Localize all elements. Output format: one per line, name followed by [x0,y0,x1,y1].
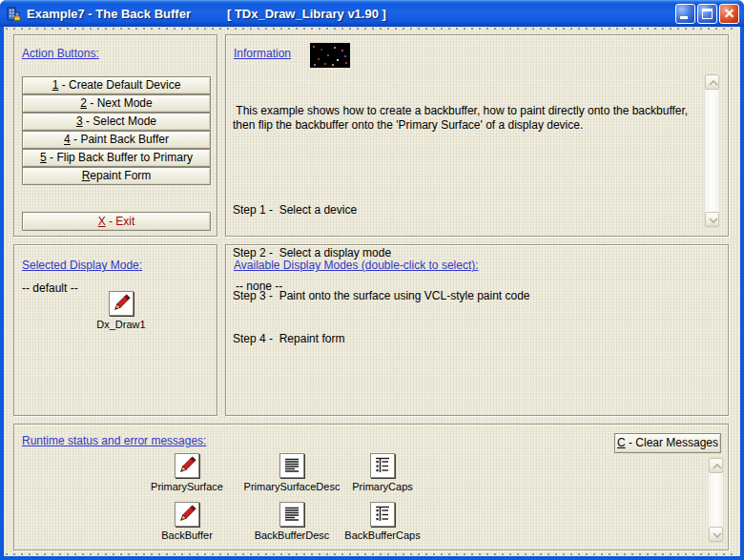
clear-messages-button[interactable]: C - Clear Messages [614,433,721,453]
chevron-up-icon [709,80,718,86]
step-1: Step 1 - Select a device [233,203,699,218]
runtime-status-heading: Runtime status and error messages: [22,434,206,447]
next-mode-button[interactable]: 2 - Next Mode [22,94,211,113]
paint-back-buffer-button[interactable]: 4 - Paint Back Buffer [22,131,211,149]
list-document-icon [370,502,395,527]
pencil-page-icon [175,453,199,478]
scroll-up-button[interactable] [705,74,719,90]
title-bar: Example7 - The Back Buffer [ TDx_Draw_Li… [0,0,744,27]
action-buttons-heading: Action Buttons: [22,47,99,60]
dx-draw-component: Dx_Draw1 [59,291,183,330]
scroll-down-button[interactable] [709,527,723,542]
client-area: Action Buttons: 1 - Create Default Devic… [4,27,740,556]
information-heading: Information [234,47,291,60]
flip-back-buffer-button[interactable]: 5 - Flip Back Buffer to Primary Surface [22,149,211,167]
window-subtitle: [ TDx_Draw_Library v1.90 ] [227,7,386,21]
repaint-form-button[interactable]: Repaint Form [22,167,211,185]
memo-document-icon [279,502,304,527]
selected-display-mode-panel: Selected Display Mode: -- default -- Dx_… [13,244,217,416]
close-button[interactable]: ✕ [719,4,739,24]
list-document-icon [370,453,395,478]
chevron-down-icon [709,218,718,223]
available-display-modes-heading: Available Display Modes (double-click to… [234,259,479,272]
app-window: Example7 - The Back Buffer [ TDx_Draw_Li… [0,0,744,560]
information-panel: Information This example shows how to cr… [225,34,729,237]
information-paragraph: This example shows how to create a backb… [233,104,699,133]
selected-display-mode-heading: Selected Display Mode: [22,259,142,272]
exit-button[interactable]: X - Exit [22,212,211,231]
pencil-page-icon [109,291,134,316]
scroll-down-button[interactable] [705,212,719,227]
pencil-page-icon [175,502,199,527]
action-buttons-panel: Action Buttons: 1 - Create Default Devic… [13,34,217,237]
dx-draw-label: Dx_Draw1 [96,319,145,330]
available-display-modes-panel[interactable]: Available Display Modes (double-click to… [225,244,729,416]
close-icon: ✕ [720,5,738,23]
select-mode-button[interactable]: 3 - Select Mode [22,113,211,131]
runtime-status-panel: Runtime status and error messages: C - C… [13,424,729,550]
memo-document-icon [279,453,304,478]
scroll-up-button[interactable] [709,458,723,473]
create-default-device-button[interactable]: 1 - Create Default Device [22,76,211,94]
chevron-down-icon [713,532,722,538]
information-scrollbar[interactable] [704,73,720,228]
chevron-up-icon [713,464,722,469]
minimize-icon [680,16,688,19]
maximize-button[interactable] [697,4,717,24]
starfield-pixels [313,46,315,48]
minimize-button[interactable] [675,4,695,24]
available-modes-value: -- none -- [236,280,282,293]
primary-caps-component: PrimaryCaps [320,453,444,492]
window-title: Example7 - The Back Buffer [27,7,191,21]
render-preview-box [310,43,350,68]
app-building-icon[interactable] [6,6,22,22]
back-buffer-caps-component: BackBufferCaps [320,502,444,541]
maximize-icon [702,9,713,19]
status-scrollbar[interactable] [708,457,724,543]
